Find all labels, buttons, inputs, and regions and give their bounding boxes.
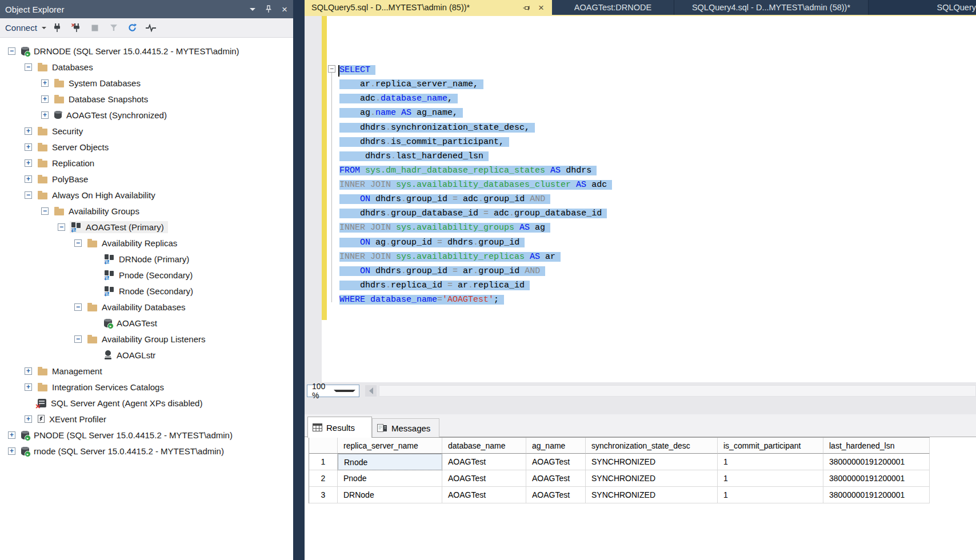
code-line-9[interactable]: INNER JOIN sys.availability_databases_cl… [339,178,612,192]
code-line-1[interactable]: SELECT [339,63,612,77]
tree-row-security[interactable]: +Security [0,123,293,139]
expand-expander-icon[interactable]: + [41,79,49,87]
tree-row-rnode[interactable]: +rnode (SQL Server 15.0.4415.2 - MYTEST\… [0,443,293,459]
grid-corner-header[interactable] [309,438,338,454]
tree-row-availability[interactable]: −Availability Databases [0,299,293,315]
tree-row-integration[interactable]: +Integration Services Catalogs [0,379,293,395]
code-line-13[interactable]: ON ag.group_id = dhdrs.group_id [339,235,612,250]
grid-cell[interactable]: 38000000191200001 [823,470,930,487]
tab-messages[interactable]: Messages [372,418,439,437]
collapse-expander-icon[interactable]: − [74,303,82,311]
activity-monitor-icon[interactable] [143,21,159,35]
tree-row-availability[interactable]: −Availability Group Listeners [0,331,293,347]
expand-expander-icon[interactable]: + [8,431,15,439]
grid-cell[interactable]: 1 [718,470,823,487]
code-line-17[interactable]: WHERE database_name='AOAGTest'; [339,293,612,307]
expand-expander-icon[interactable]: + [25,159,32,167]
collapse-expander-icon[interactable]: − [74,239,82,247]
tree-row-database[interactable]: +Database Snapshots [0,91,293,107]
expand-expander-icon[interactable]: + [41,111,49,119]
tree-row-management[interactable]: +Management [0,363,293,379]
grid-column-header-ag_name[interactable]: ag_name [526,438,586,454]
document-tab-2[interactable]: SQLQuery4.sql - D...MYTEST\admin (58))* [674,0,869,15]
refresh-icon[interactable] [125,21,141,35]
expand-expander-icon[interactable]: + [41,95,49,103]
grid-row-number[interactable]: 1 [309,454,338,470]
connect-button[interactable]: Connect [5,23,46,33]
stop-icon[interactable] [87,21,103,35]
tree-row-availability[interactable]: −Availability Replicas [0,235,293,251]
tree-row-always[interactable]: −Always On High Availability [0,187,293,203]
grid-cell[interactable]: Pnode [338,470,442,487]
grid-cell[interactable]: SYNCHRONIZED [586,487,718,503]
grid-cell[interactable]: DRNode [338,487,442,503]
grid-cell[interactable]: 38000000191200001 [823,487,930,503]
grid-cell[interactable]: 1 [718,454,823,470]
collapse-expander-icon[interactable]: − [25,63,32,71]
code-line-4[interactable]: ag.name AS ag_name, [339,106,612,120]
grid-cell[interactable]: 38000000191200001 [823,454,930,470]
grid-column-header-replica_server_name[interactable]: replica_server_name [338,438,442,454]
grid-cell[interactable]: AOAGTest [442,470,526,487]
expand-expander-icon[interactable]: + [25,383,32,391]
code-line-6[interactable]: dhdrs.is_commit_participant, [339,135,612,149]
grid-cell[interactable]: AOAGTest [442,454,526,470]
code-line-2[interactable]: ar.replica_server_name, [339,77,612,91]
document-tab-3[interactable]: SQLQuery [869,0,976,15]
tree-row-server[interactable]: +Server Objects [0,139,293,155]
grid-cell[interactable]: AOAGTest [526,454,586,470]
grid-cell[interactable]: 1 [718,487,823,503]
outline-collapse-box[interactable]: − [328,65,335,73]
code-line-11[interactable]: dhdrs.group_database_id = adc.group_data… [339,206,612,221]
code-line-15[interactable]: ON dhdrs.group_id = ar.group_id AND [339,264,612,278]
filter-icon[interactable] [106,21,122,35]
tree-row-databases[interactable]: −Databases [0,59,293,75]
pin-icon[interactable] [265,5,272,13]
grid-column-header-last_hardened_lsn[interactable]: last_hardened_lsn [823,438,930,454]
tree-row-aoaglstr[interactable]: AOAGLstr [0,347,293,363]
sql-code[interactable]: SELECT ar.replica_server_name, adc.datab… [339,63,612,307]
expand-expander-icon[interactable]: + [25,367,32,375]
code-line-8[interactable]: FROM sys.dm_hadr_database_replica_states… [339,163,612,178]
code-line-14[interactable]: INNER JOIN sys.availability_replicas AS … [339,250,612,264]
grid-row-number[interactable]: 2 [309,470,338,487]
tree-row-pnode[interactable]: +PNODE (SQL Server 15.0.4415.2 - MYTEST\… [0,427,293,443]
collapse-expander-icon[interactable]: − [41,207,49,215]
tree-row-sql[interactable]: SQL Server Agent (Agent XPs disabled) [0,395,293,411]
chevron-down-icon[interactable] [250,8,255,11]
tree-row-pnode[interactable]: Pnode (Secondary) [0,267,293,283]
collapse-expander-icon[interactable]: − [25,191,32,199]
connect-plug-icon[interactable] [49,21,65,35]
panel-splitter[interactable] [293,0,305,560]
grid-cell[interactable]: AOAGTest [442,487,526,503]
code-line-10[interactable]: ON dhdrs.group_id = adc.group_id AND [339,192,612,206]
code-line-12[interactable]: INNER JOIN sys.availability_groups AS ag [339,221,612,235]
code-line-7[interactable]: dhdrs.last_hardened_lsn [339,149,612,163]
tree-row-system[interactable]: +System Databases [0,75,293,91]
grid-column-header-synchronization_state_desc[interactable]: synchronization_state_desc [586,438,718,454]
collapse-expander-icon[interactable]: − [58,223,65,231]
expand-expander-icon[interactable]: + [8,447,15,455]
document-tab-1[interactable]: AOAGTest:DRNODE [552,0,674,15]
grid-cell[interactable]: SYNCHRONIZED [586,470,718,487]
tree-row-rnode[interactable]: Rnode (Secondary) [0,283,293,299]
grid-cell[interactable]: AOAGTest [526,470,586,487]
tree-row-drnode[interactable]: −DRNODE (SQL Server 15.0.4415.2 - MYTEST… [0,43,293,59]
tab-results[interactable]: Results [307,417,372,438]
code-line-16[interactable]: dhdrs.replica_id = ar.replica_id [339,278,612,293]
grid-cell[interactable]: Rnode [338,454,442,470]
collapse-expander-icon[interactable]: − [8,47,15,55]
tree-row-xevent[interactable]: +XEvent Profiler [0,411,293,427]
grid-column-header-is_commit_participant[interactable]: is_commit_participant [718,438,823,454]
collapse-expander-icon[interactable]: − [74,335,82,343]
code-line-5[interactable]: dhdrs.synchronization_state_desc, [339,121,612,135]
tree-row-availability[interactable]: −Availability Groups [0,203,293,219]
expand-expander-icon[interactable]: + [25,175,32,183]
grid-row-number[interactable]: 3 [309,487,338,503]
grid-cell[interactable]: AOAGTest [526,487,586,503]
indicator-margin[interactable] [305,16,322,398]
document-tab-0[interactable]: SQLQuery5.sql - D...MYTEST\admin (85))*× [305,0,552,15]
query-editor[interactable]: − SELECT ar.replica_server_name, adc.dat… [305,16,976,398]
close-icon[interactable]: × [538,3,544,13]
hscroll-left-arrow[interactable] [365,385,377,397]
